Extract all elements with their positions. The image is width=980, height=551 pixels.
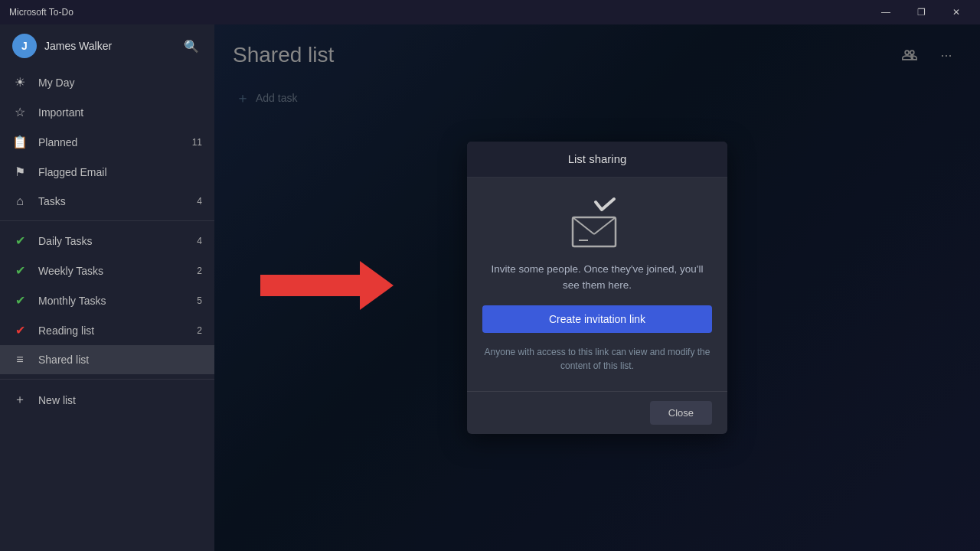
sidebar-item-label: Planned [38, 136, 176, 148]
sidebar-item-weekly-tasks[interactable]: ✔ Weekly Tasks 2 [0, 256, 214, 285]
close-button[interactable]: Close [650, 401, 712, 425]
minimize-button[interactable]: — [868, 0, 903, 24]
sidebar-item-flagged-email[interactable]: ⚑ Flagged Email [0, 157, 214, 187]
calendar-icon: 📋 [12, 135, 28, 149]
sun-icon: ☀ [12, 75, 28, 90]
arrow-head [360, 261, 394, 310]
divider [0, 220, 214, 221]
sidebar-item-daily-tasks[interactable]: ✔ Daily Tasks 4 [0, 226, 214, 256]
sidebar-item-label: Reading list [38, 324, 176, 337]
list-icon: ≡ [12, 353, 28, 367]
sidebar-item-monthly-tasks[interactable]: ✔ Monthly Tasks 5 [0, 285, 214, 315]
list-sharing-modal: List sharing Invite [467, 142, 727, 434]
sidebar-badge: 2 [187, 266, 202, 276]
svg-line-2 [594, 217, 616, 234]
modal-body: Invite some people. Once they've joined,… [467, 178, 727, 391]
sidebar-item-label: Tasks [38, 195, 176, 207]
svg-line-1 [573, 217, 594, 234]
close-button[interactable]: ✕ [939, 0, 974, 24]
check-icon: ✔ [12, 263, 28, 278]
titlebar: Microsoft To-Do — ❐ ✕ [0, 0, 980, 24]
arrow-shaft [260, 275, 360, 296]
sidebar-item-label: Monthly Tasks [38, 295, 176, 307]
sidebar-item-label: Flagged Email [38, 166, 176, 178]
avatar: J [12, 34, 37, 58]
flag-icon: ⚑ [12, 165, 28, 179]
sidebar-item-new-list[interactable]: ＋ New list [0, 384, 214, 416]
home-icon: ⌂ [12, 194, 28, 208]
search-icon[interactable]: 🔍 [181, 36, 202, 57]
check-icon: ✔ [12, 293, 28, 308]
divider [0, 379, 214, 380]
sharing-illustration [567, 196, 628, 249]
username: James Walker [44, 40, 112, 52]
modal-footer: Close [467, 391, 727, 434]
sidebar-badge: 4 [187, 196, 202, 207]
modal-title: List sharing [568, 152, 627, 165]
window-controls: — ❐ ✕ [868, 0, 974, 24]
user-info: J James Walker [12, 34, 112, 58]
sidebar-badge: 11 [187, 137, 202, 148]
sidebar-item-my-day[interactable]: ☀ My Day [0, 67, 214, 97]
sidebar-item-important[interactable]: ☆ Important [0, 97, 214, 127]
sidebar-item-shared-list[interactable]: ≡ Shared list [0, 345, 214, 374]
plus-icon: ＋ [12, 392, 28, 408]
sidebar-item-label: Weekly Tasks [38, 265, 176, 277]
sidebar-item-label: Important [38, 106, 176, 119]
sidebar-badge: 2 [187, 325, 202, 336]
sidebar-item-reading-list[interactable]: ✔ Reading list 2 [0, 315, 214, 345]
star-icon: ☆ [12, 105, 28, 119]
create-invitation-link-button[interactable]: Create invitation link [482, 305, 712, 333]
book-icon: ✔ [12, 323, 28, 337]
sidebar-header: J James Walker 🔍 [0, 24, 214, 67]
restore-button[interactable]: ❐ [903, 0, 939, 24]
sidebar-badge: 4 [187, 236, 202, 246]
app-title: Microsoft To-Do [9, 7, 74, 18]
app-body: J James Walker 🔍 ☀ My Day ☆ Important 📋 … [0, 24, 980, 551]
sidebar-item-label: My Day [38, 77, 176, 89]
arrow-annotation [260, 261, 394, 310]
sidebar-badge: 5 [187, 295, 202, 306]
check-icon: ✔ [12, 233, 28, 248]
sidebar-item-tasks[interactable]: ⌂ Tasks 4 [0, 187, 214, 216]
main-content: Shared list ··· ＋ Add task [214, 24, 980, 551]
sidebar: J James Walker 🔍 ☀ My Day ☆ Important 📋 … [0, 24, 214, 551]
modal-description: Invite some people. Once they've joined,… [482, 262, 712, 293]
sidebar-item-label: New list [38, 394, 176, 406]
sidebar-item-label: Shared list [38, 354, 176, 366]
modal-header: List sharing [467, 142, 727, 178]
modal-note: Anyone with access to this link can view… [482, 345, 712, 373]
modal-overlay: List sharing Invite [214, 24, 980, 551]
sidebar-item-planned[interactable]: 📋 Planned 11 [0, 127, 214, 157]
sidebar-item-label: Daily Tasks [38, 235, 176, 247]
